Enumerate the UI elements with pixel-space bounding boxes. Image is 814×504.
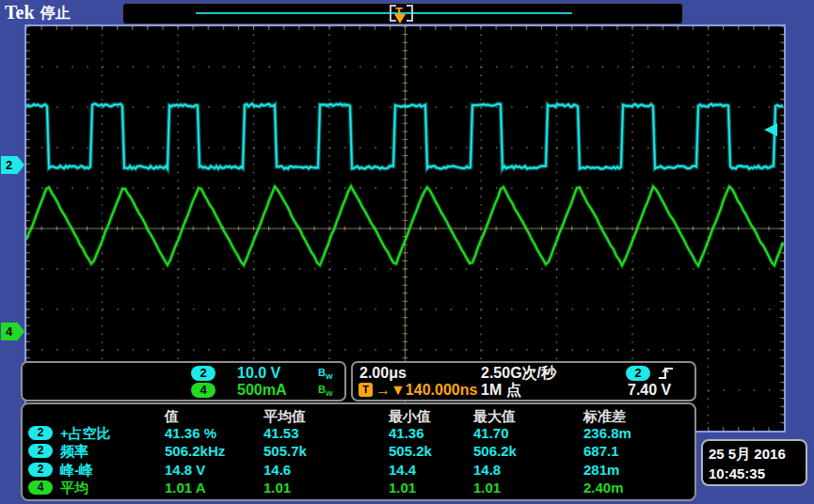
record-length-readout: 1M 点 xyxy=(481,382,521,399)
measurement-value: 1.01 xyxy=(389,480,416,496)
ch4-scale: 500mA xyxy=(237,382,286,399)
measurement-value: 505.2k xyxy=(389,443,432,459)
oscilloscope-screen: Tek 停止 T T 2 4 2 10.0 V BW 4 500mA BW 2.… xyxy=(0,0,814,504)
measurement-value: 41.36 xyxy=(389,425,424,441)
channel-badge: 2 xyxy=(28,463,53,477)
trigger-level-arrow-icon[interactable] xyxy=(764,123,777,136)
measurement-row: 2+占空比41.36 %41.5341.3641.70236.8m xyxy=(23,425,694,442)
measurement-value: 2.40m xyxy=(583,480,624,496)
measurement-header: 最小值 xyxy=(389,408,431,426)
measurement-label: 频率 xyxy=(60,443,88,461)
ch2-scale: 10.0 V xyxy=(237,365,280,382)
measurement-label: 峰-峰 xyxy=(60,462,93,480)
measurement-label: 平均 xyxy=(60,480,88,497)
channel-badge: 2 xyxy=(28,444,53,458)
sample-rate-readout: 2.50G次/秒 xyxy=(481,365,556,382)
channel-scale-box: 2 10.0 V BW 4 500mA BW xyxy=(21,361,346,402)
record-bracket-right xyxy=(407,5,413,22)
date-label: 25 5月 2016 xyxy=(709,444,806,464)
measurement-row: 2频率506.2kHz505.7k505.2k506.2k687.1 xyxy=(23,443,694,460)
ch2-ground-marker[interactable]: 2 xyxy=(1,156,24,174)
measurement-value: 687.1 xyxy=(583,443,619,459)
time-label: 10:45:35 xyxy=(709,464,806,483)
measurement-value: 14.8 xyxy=(473,462,501,478)
measurement-value: 506.2kHz xyxy=(165,443,225,459)
measurement-value: 41.36 % xyxy=(165,425,216,441)
measurement-header: 最大值 xyxy=(473,408,516,426)
measurement-value: 14.8 V xyxy=(165,462,205,478)
rising-edge-icon xyxy=(658,366,675,381)
measurement-value: 41.70 xyxy=(473,425,509,441)
measurement-value: 14.6 xyxy=(263,462,291,478)
ch4-bandwidth-icon: BW xyxy=(318,384,333,398)
measurement-value: 1.01 xyxy=(263,480,291,496)
trigger-source-badge[interactable]: 2 xyxy=(626,366,650,381)
measurement-table: 值平均值最小值最大值标准差 2+占空比41.36 %41.5341.3641.7… xyxy=(21,402,696,501)
timebase-readout: 2.00μs xyxy=(359,365,407,382)
measurement-value: 506.2k xyxy=(473,443,517,459)
measurement-value: 41.53 xyxy=(263,425,299,441)
channel-badge: 4 xyxy=(28,480,53,495)
measurement-header: 标准差 xyxy=(583,408,626,426)
measurement-label: +占空比 xyxy=(60,425,111,443)
trigger-t-badge: T xyxy=(359,383,373,397)
measurement-value: 281m xyxy=(583,462,619,478)
measurement-header: 值 xyxy=(165,408,179,426)
ch4-ground-marker[interactable]: 4 xyxy=(1,323,24,340)
tek-logo: Tek xyxy=(5,2,35,24)
measurement-value: 14.4 xyxy=(389,462,416,478)
measurement-value: 1.01 A xyxy=(165,480,206,496)
datetime-box: 25 5月 2016 10:45:35 xyxy=(701,439,807,486)
trigger-position-readout: →▼140.000ns xyxy=(375,382,477,399)
acquisition-status: 停止 xyxy=(40,4,71,24)
ch4-badge[interactable]: 4 xyxy=(191,383,215,398)
measurement-header: 平均值 xyxy=(263,408,306,426)
measurement-value: 1.01 xyxy=(473,480,501,496)
measurement-value: 505.7k xyxy=(263,443,307,459)
trigger-position-arrow-icon xyxy=(394,14,406,24)
channel-badge: 2 xyxy=(28,426,53,440)
record-waveform-line xyxy=(196,12,572,14)
measurement-value: 236.8m xyxy=(583,425,631,441)
horizontal-trigger-box: 2.00μs 2.50G次/秒 2 T →▼140.000ns 1M 点 7.4… xyxy=(351,361,696,402)
trigger-level-readout: 7.40 V xyxy=(628,382,671,399)
measurement-row: 2峰-峰14.8 V14.614.414.8281m xyxy=(23,462,694,479)
measurement-row: 4平均1.01 A1.011.011.012.40m xyxy=(23,480,694,496)
ch2-bandwidth-icon: BW xyxy=(318,367,333,381)
ch2-badge[interactable]: 2 xyxy=(191,366,215,381)
